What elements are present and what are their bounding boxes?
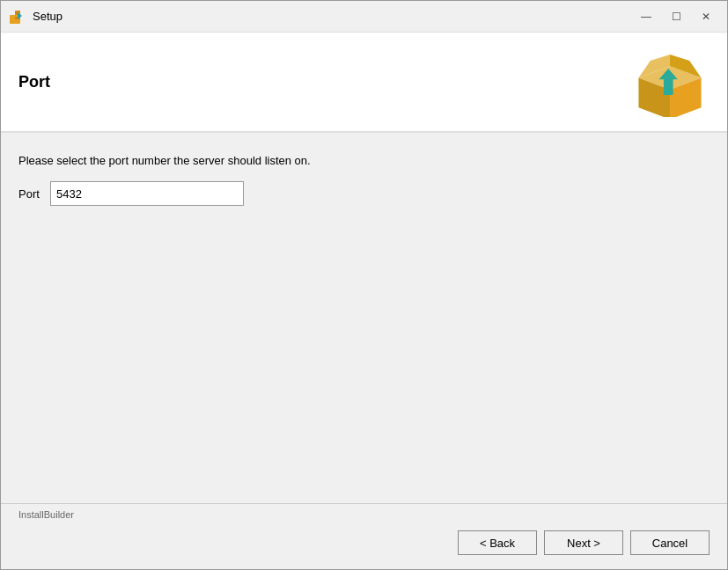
close-button[interactable]: ✕: [692, 4, 720, 29]
cancel-button[interactable]: Cancel: [630, 530, 710, 555]
window-title: Setup: [33, 10, 632, 23]
description-text: Please select the port number the server…: [18, 154, 710, 167]
button-bar: < Back Next > Cancel: [1, 520, 727, 569]
port-field-row: Port: [18, 181, 710, 206]
port-input[interactable]: [50, 181, 244, 206]
maximize-button[interactable]: ☐: [662, 4, 690, 29]
back-button[interactable]: < Back: [458, 530, 537, 555]
setup-window: Setup — ☐ ✕ Port Please select the port …: [0, 0, 728, 570]
logo-icon: [630, 47, 710, 117]
footer-area: InstallBuilder < Back Next > Cancel: [1, 503, 727, 569]
next-button[interactable]: Next >: [544, 530, 623, 555]
app-icon: [8, 8, 26, 26]
main-content: Please select the port number the server…: [1, 133, 727, 503]
port-label: Port: [18, 187, 43, 201]
page-title: Port: [18, 73, 50, 91]
minimize-button[interactable]: —: [632, 4, 660, 29]
titlebar: Setup — ☐ ✕: [1, 1, 727, 33]
brand-label: InstallBuilder: [1, 503, 727, 520]
window-controls: — ☐ ✕: [632, 4, 720, 29]
header-section: Port: [1, 33, 727, 133]
